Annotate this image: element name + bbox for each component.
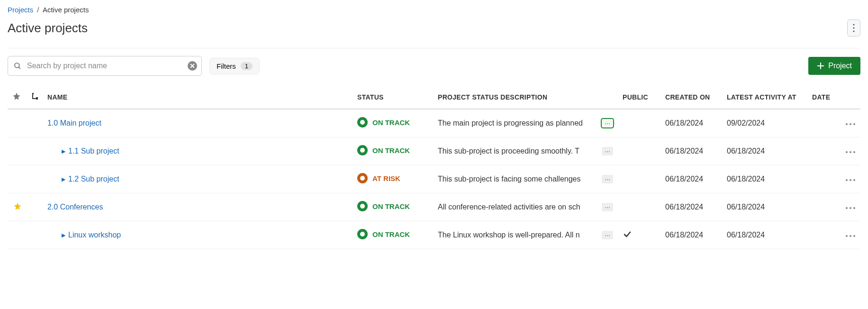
toolbar: Filters 1 Project [8,56,860,76]
project-name-link[interactable]: 2.0 Conferences [47,203,103,211]
svg-point-0 [853,24,854,25]
public-cell [618,221,660,249]
clear-search-button[interactable] [188,61,197,71]
svg-point-13 [846,123,848,125]
created-on-cell: 06/18/2024 [660,165,722,193]
svg-point-24 [853,207,855,209]
page-more-menu[interactable] [847,19,860,36]
hierarchy-icon [32,93,38,100]
column-favorite[interactable] [8,85,27,109]
more-horizontal-icon [845,207,856,209]
more-vertical-icon [853,24,855,32]
project-name-link[interactable]: 1.2 Sub project [68,175,119,183]
description-cell: The main project is progressing as plann… [433,109,618,137]
description-text: All conference-related activities are on… [438,203,599,211]
description-expand-button[interactable]: ··· [602,119,613,127]
chevron-right-icon[interactable]: ▶ [62,148,65,154]
more-horizontal-icon [845,179,856,182]
table-row: ▶Linux workshopON TRACKThe Linux worksho… [8,221,860,249]
svg-point-26 [850,235,851,237]
row-actions-button[interactable] [841,109,860,137]
description-cell: This sub-project is proceeding smoothly.… [433,137,618,165]
column-status[interactable]: Status [353,85,433,109]
project-name-link[interactable]: 1.0 Main project [47,119,101,127]
date-cell [807,109,841,137]
create-project-button[interactable]: Project [808,57,860,75]
breadcrumb: Projects / Active projects [8,6,860,14]
created-on-cell: 06/18/2024 [660,221,722,249]
status-badge: ON TRACK [357,117,410,127]
description-cell: All conference-related activities are on… [433,193,618,221]
row-actions-button[interactable] [841,165,860,193]
description-cell: This sub-project is facing some challeng… [433,165,618,193]
breadcrumb-root-link[interactable]: Projects [8,6,33,14]
public-cell [618,109,660,137]
created-on-cell: 06/18/2024 [660,137,722,165]
favorite-cell[interactable] [8,109,27,137]
latest-activity-cell: 06/18/2024 [722,193,807,221]
status-label: ON TRACK [372,230,410,238]
date-cell [807,165,841,193]
row-actions-button[interactable] [841,137,860,165]
column-public[interactable]: Public [618,85,660,109]
filters-count-badge: 1 [241,62,253,70]
chevron-right-icon[interactable]: ▶ [62,176,65,182]
chevron-right-icon[interactable]: ▶ [62,232,65,238]
search-container [8,56,202,76]
column-actions [841,85,860,109]
column-created-on[interactable]: Created on [660,85,722,109]
status-cell: ON TRACK [353,137,433,165]
column-date[interactable]: Date [807,85,841,109]
search-input[interactable] [8,56,202,76]
filters-button[interactable]: Filters 1 [209,58,260,74]
latest-activity-cell: 09/02/2024 [722,109,807,137]
latest-activity-cell: 06/18/2024 [722,221,807,249]
svg-point-19 [846,179,848,181]
svg-rect-12 [36,97,38,100]
plus-icon [817,62,824,70]
status-cell: ON TRACK [353,221,433,249]
column-latest-activity[interactable]: Latest activity at [722,85,807,109]
status-label: AT RISK [372,174,400,182]
column-description[interactable]: Project status description [433,85,618,109]
hierarchy-cell [27,221,43,249]
favorite-cell[interactable] [8,165,27,193]
project-name-link[interactable]: Linux workshop [68,231,121,239]
page-header: Active projects [8,19,860,48]
close-icon [190,64,195,68]
status-cell: AT RISK [353,165,433,193]
description-cell: The Linux workshop is well-prepared. All… [433,221,618,249]
star-icon [12,92,21,100]
date-cell [807,137,841,165]
favorite-cell[interactable] [8,193,27,221]
svg-point-23 [850,207,851,209]
row-actions-button[interactable] [841,221,860,249]
status-ring-icon [357,173,368,183]
status-badge: AT RISK [357,173,400,183]
status-ring-icon [357,145,368,155]
page-title: Active projects [8,21,88,36]
svg-point-3 [15,63,19,68]
project-name-link[interactable]: 1.1 Sub project [68,147,119,155]
description-expand-button[interactable]: ··· [602,231,613,239]
name-cell: ▶1.1 Sub project [43,137,353,165]
table-row: ▶1.1 Sub projectON TRACKThis sub-project… [8,137,860,165]
favorite-cell[interactable] [8,137,27,165]
description-text: This sub-project is proceeding smoothly.… [438,147,599,155]
column-name[interactable]: Name [43,85,353,109]
favorite-cell[interactable] [8,221,27,249]
description-expand-button[interactable]: ··· [602,203,613,211]
column-hierarchy[interactable] [27,85,43,109]
svg-point-16 [846,151,848,153]
svg-point-15 [853,123,855,125]
status-ring-icon [357,117,368,127]
row-actions-button[interactable] [841,193,860,221]
status-badge: ON TRACK [357,201,410,211]
breadcrumb-separator: / [37,6,39,14]
status-cell: ON TRACK [353,109,433,137]
hierarchy-cell [27,137,43,165]
star-icon [13,202,22,210]
description-expand-button[interactable]: ··· [602,175,613,183]
description-expand-button[interactable]: ··· [602,147,613,155]
svg-point-25 [846,235,848,237]
